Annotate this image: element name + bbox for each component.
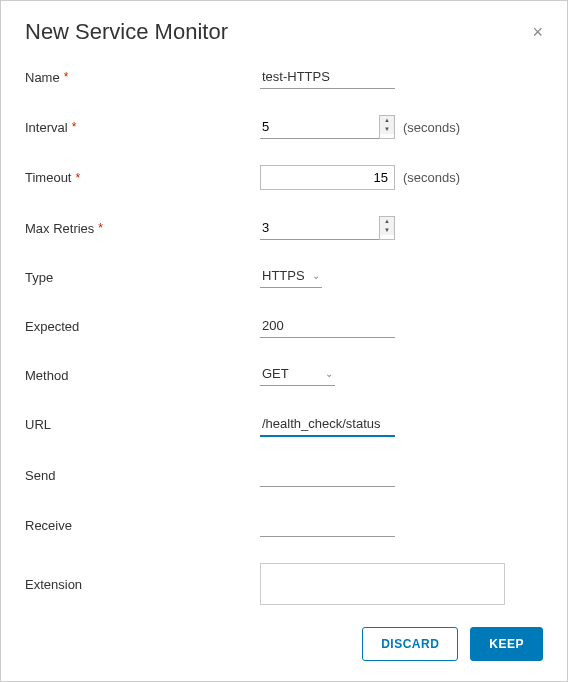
url-input[interactable] [260,412,395,437]
interval-stepper[interactable]: ▲ ▼ [260,115,395,139]
timeout-input[interactable] [260,165,395,190]
max-retries-input[interactable] [260,216,379,239]
row-url: URL [25,412,537,437]
label-expected: Expected [25,319,260,334]
required-marker: * [98,221,103,235]
interval-up-icon[interactable]: ▲ [380,116,394,125]
receive-input[interactable] [260,513,395,537]
name-input[interactable] [260,65,395,89]
label-interval: Interval * [25,120,260,135]
interval-input[interactable] [260,115,379,138]
label-timeout: Timeout * [25,170,260,185]
dialog-content: Name * Interval * ▲ ▼ (seconds) [1,57,567,611]
required-marker: * [64,70,69,84]
max-retries-down-icon[interactable]: ▼ [380,226,394,235]
label-extension: Extension [25,577,260,592]
row-expected: Expected [25,314,537,338]
interval-suffix: (seconds) [403,120,460,135]
type-select[interactable]: HTTPS ⌄ [260,266,322,288]
row-send: Send [25,463,537,487]
label-type: Type [25,270,260,285]
max-retries-stepper[interactable]: ▲ ▼ [260,216,395,240]
interval-down-icon[interactable]: ▼ [380,125,394,134]
row-timeout: Timeout * (seconds) [25,165,537,190]
new-service-monitor-dialog: New Service Monitor × Name * Interval * [1,1,567,681]
dialog-title: New Service Monitor [25,19,228,45]
row-method: Method GET ⌄ [25,364,537,386]
row-name: Name * [25,65,537,89]
row-receive: Receive [25,513,537,537]
keep-button[interactable]: KEEP [470,627,543,661]
extension-textarea[interactable] [260,563,505,605]
discard-button[interactable]: DISCARD [362,627,458,661]
label-max-retries: Max Retries * [25,221,260,236]
label-url: URL [25,417,260,432]
required-marker: * [72,120,77,134]
label-send: Send [25,468,260,483]
row-max-retries: Max Retries * ▲ ▼ [25,216,537,240]
label-receive: Receive [25,518,260,533]
dialog-header: New Service Monitor × [1,1,567,57]
max-retries-up-icon[interactable]: ▲ [380,217,394,226]
row-type: Type HTTPS ⌄ [25,266,537,288]
method-select[interactable]: GET ⌄ [260,364,335,386]
timeout-suffix: (seconds) [403,170,460,185]
type-value: HTTPS [262,268,312,283]
chevron-down-icon: ⌄ [325,368,333,379]
method-value: GET [262,366,325,381]
dialog-footer: DISCARD KEEP [1,611,567,681]
row-interval: Interval * ▲ ▼ (seconds) [25,115,537,139]
close-icon[interactable]: × [532,22,543,43]
expected-input[interactable] [260,314,395,338]
send-input[interactable] [260,463,395,487]
chevron-down-icon: ⌄ [312,270,320,281]
label-name: Name * [25,70,260,85]
label-method: Method [25,368,260,383]
required-marker: * [75,171,80,185]
row-extension: Extension [25,563,537,605]
